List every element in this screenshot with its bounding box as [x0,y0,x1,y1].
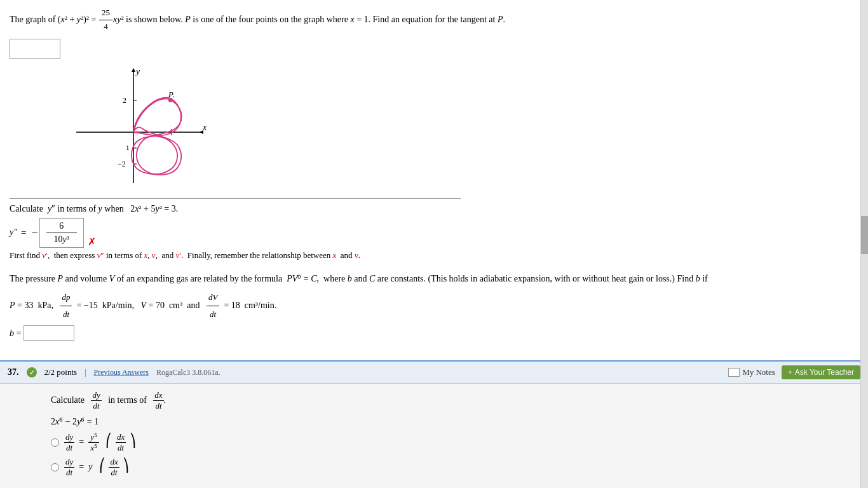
svg-text:y: y [135,67,140,76]
hint-link-x[interactable]: x [144,250,148,260]
ask-teacher-label: Ask Your Teacher [795,368,854,377]
ypp-label: y″ [10,227,17,238]
ypp-answer-row: y″ = − 6 10y³ ✗ [10,218,858,248]
svg-marker-3 [132,68,135,72]
fraction-denominator: 10y³ [53,233,69,245]
my-notes-label: My Notes [742,367,775,377]
bottom-panel: 37. ✓ 2/2 points | Previous Answers Roga… [0,360,868,488]
hint-link-vprime[interactable]: v′ [42,250,48,260]
green-plus-icon: + [788,368,792,377]
problem-number: 37. [8,367,19,377]
calculate-panel: Calculate dydt in terms of dxdt. [51,390,817,411]
svg-text:1: 1 [126,144,130,151]
my-notes-button[interactable]: My Notes [728,367,775,377]
incorrect-mark: ✗ [88,236,96,248]
tangent-equation-input[interactable] [10,39,60,59]
panel-equation: 2x⁶ − 2y⁶ = 1 [51,416,817,427]
divider [10,198,461,199]
radio-option-2[interactable]: dydt = y ⎛ dxdt ⎞ [51,457,817,478]
b-input[interactable] [24,325,74,341]
svg-text:P.: P. [168,90,175,99]
points-text: 2/2 points [44,367,78,377]
b-answer-row: b = [10,325,858,341]
radio-2[interactable] [51,463,59,471]
hint-link-v2[interactable]: v [355,250,358,260]
scrollbar[interactable] [860,0,868,488]
radio-1[interactable] [51,438,59,447]
pressure-problem: The pressure P and volume V of an expand… [10,271,858,341]
hint-link-vprime2[interactable]: v′ [175,250,181,260]
hint-link-vpp[interactable]: v″ [97,250,104,260]
calculate-ypp-line: Calculate y″ in terms of y when 2x² + 5y… [10,204,858,214]
svg-point-14 [168,98,172,102]
pressure-values: P = 33 kPa, dpdt = −15 kPa/min, V = 70 c… [10,289,858,323]
panel-right-controls: My Notes + Ask Your Teacher [728,365,860,379]
svg-text:x: x [202,123,207,132]
pressure-text: The pressure P and volume V of an expand… [10,271,858,287]
radio-2-label: dydt = y ⎛ dxdt ⎞ [64,457,129,478]
negative-sign: − [32,226,38,240]
graph-container: x y 2 −2 1 P. [60,65,858,192]
pipe-separator: | [85,368,86,377]
panel-body: Calculate dydt in terms of dxdt. 2x⁶ − 2… [0,384,868,488]
ypp-fraction-box: 6 10y³ [39,218,84,248]
hint-link-v[interactable]: v [152,250,156,260]
radio-option-1[interactable]: dydt = y⁵x⁵ ⎛ dxdt ⎞ [51,432,817,453]
hint-link-x2[interactable]: x [333,250,337,260]
radio-1-label: dydt = y⁵x⁵ ⎛ dxdt ⎞ [64,432,136,453]
points-badge: ✓ [27,367,37,377]
previous-answers-link[interactable]: Previous Answers [94,368,149,377]
svg-text:−2: −2 [118,159,126,168]
panel-header: 37. ✓ 2/2 points | Previous Answers Roga… [0,362,868,384]
equals-sign: = [21,227,26,238]
problem-header: The graph of (x² + y²)² = 254xy² is show… [10,6,858,34]
notes-icon [728,368,740,377]
fraction-numerator: 6 [46,221,77,233]
b-label: b [10,325,14,341]
book-reference: RogaCalc3 3.8.061a. [156,368,220,377]
scrollbar-thumb[interactable] [861,216,868,254]
hint-line: First find v′, then express v″ in terms … [10,250,858,261]
svg-text:2: 2 [123,96,126,105]
ask-teacher-button[interactable]: + Ask Your Teacher [782,365,860,379]
